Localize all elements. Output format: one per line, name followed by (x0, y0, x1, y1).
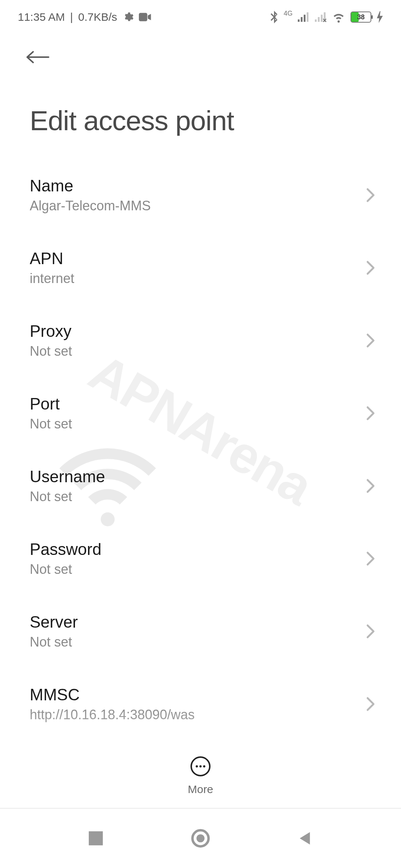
battery-icon: 38 (351, 11, 371, 23)
field-name[interactable]: Name Algar-Telecom-MMS (0, 159, 401, 231)
field-value: http://10.16.18.4:38090/was (30, 707, 366, 723)
signal-1-icon (298, 12, 310, 22)
chevron-right-icon (366, 188, 375, 203)
status-bar: 11:35 AM | 0.7KB/s 4G 38 (0, 0, 401, 34)
status-time: 11:35 AM (18, 11, 65, 23)
field-label: Proxy (30, 322, 366, 341)
svg-rect-5 (315, 19, 317, 22)
field-username[interactable]: Username Not set (0, 450, 401, 522)
field-label: Port (30, 395, 366, 413)
nav-home-icon[interactable] (191, 829, 210, 848)
android-nav-bar (0, 809, 401, 868)
field-value: internet (30, 271, 366, 286)
battery-percent: 38 (351, 13, 371, 21)
page-title: Edit access point (0, 68, 401, 159)
field-value: Algar-Telecom-MMS (30, 198, 366, 214)
nav-back-icon[interactable] (297, 831, 313, 846)
field-value: Not set (30, 634, 366, 650)
field-label: Password (30, 540, 366, 559)
field-password[interactable]: Password Not set (0, 522, 401, 595)
apn-settings-list: Name Algar-Telecom-MMS APN internet Prox… (0, 159, 401, 813)
field-mmsc[interactable]: MMSC http://10.16.18.4:38090/was (0, 668, 401, 740)
svg-rect-1 (298, 19, 300, 22)
field-value: Not set (30, 562, 366, 577)
chevron-right-icon (366, 479, 375, 493)
status-datarate: 0.7KB/s (78, 11, 117, 23)
network-type-label: 4G (284, 10, 293, 17)
svg-rect-0 (139, 13, 147, 22)
charging-icon (376, 11, 383, 23)
status-separator: | (70, 11, 73, 23)
more-label: More (188, 783, 213, 796)
svg-rect-3 (304, 15, 306, 22)
svg-rect-9 (89, 831, 103, 845)
field-label: APN (30, 249, 366, 268)
field-proxy[interactable]: Proxy Not set (0, 304, 401, 377)
toolbar-more[interactable]: More (0, 749, 401, 803)
nav-recent-icon[interactable] (88, 831, 104, 846)
field-server[interactable]: Server Not set (0, 595, 401, 668)
chevron-right-icon (366, 406, 375, 421)
field-label: Server (30, 613, 366, 631)
signal-2-icon (315, 12, 327, 22)
field-value: Not set (30, 489, 366, 504)
field-label: Name (30, 177, 366, 195)
field-port[interactable]: Port Not set (0, 377, 401, 450)
chevron-right-icon (366, 333, 375, 348)
chevron-right-icon (366, 624, 375, 639)
field-label: MMSC (30, 685, 366, 704)
field-value: Not set (30, 416, 366, 432)
svg-rect-6 (318, 17, 320, 22)
field-value: Not set (30, 343, 366, 359)
svg-point-11 (196, 834, 205, 842)
more-icon (190, 756, 211, 776)
bluetooth-icon (270, 11, 278, 23)
chevron-right-icon (366, 551, 375, 566)
chevron-right-icon (366, 260, 375, 275)
camera-icon (139, 12, 151, 22)
wifi-icon (332, 11, 345, 23)
svg-rect-2 (301, 17, 303, 22)
gear-icon (123, 11, 134, 23)
field-apn[interactable]: APN internet (0, 231, 401, 304)
chevron-right-icon (366, 697, 375, 711)
back-icon[interactable] (26, 48, 50, 66)
svg-rect-7 (321, 15, 323, 22)
svg-rect-4 (307, 12, 309, 22)
field-label: Username (30, 467, 366, 486)
